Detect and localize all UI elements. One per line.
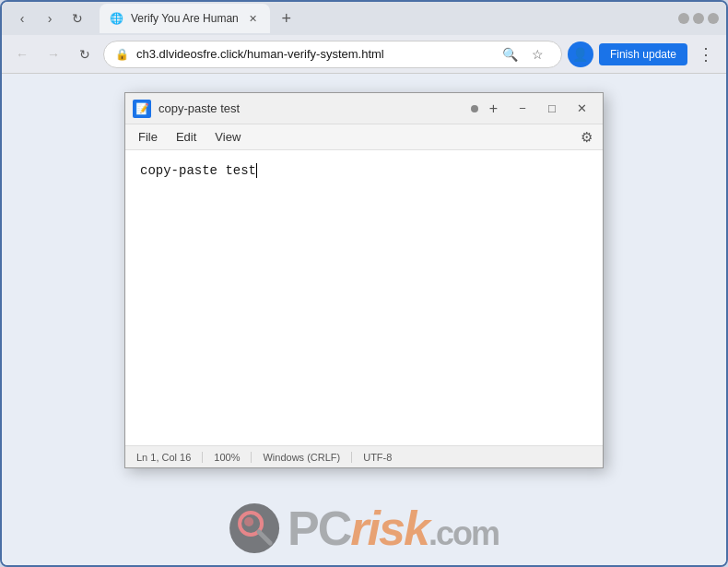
tab-close-button[interactable]: ✕ xyxy=(246,11,261,26)
svg-point-2 xyxy=(244,517,253,526)
notepad-menubar: File Edit View ⚙ xyxy=(125,124,603,150)
refresh-button[interactable]: ↻ xyxy=(65,6,90,31)
url-icons: 🔍 ☆ xyxy=(499,42,550,66)
notepad-app-icon: 📝 xyxy=(133,100,151,118)
url-text: ch3.dlvideosfre.click/human-verify-syste… xyxy=(136,47,491,61)
back-button[interactable]: ‹ xyxy=(9,6,35,31)
pcrisk-logo-icon xyxy=(229,503,280,554)
svg-point-0 xyxy=(229,503,279,553)
notepad-menu-edit[interactable]: Edit xyxy=(167,128,205,146)
search-icon-btn[interactable]: 🔍 xyxy=(499,42,523,66)
tab-favicon-icon: 🌐 xyxy=(109,11,123,26)
bookmark-icon-btn[interactable]: ☆ xyxy=(526,42,550,66)
window-minimize-button[interactable] xyxy=(678,13,689,24)
notepad-statusbar: Ln 1, Col 16 100% Windows (CRLF) UTF-8 xyxy=(125,445,603,467)
notepad-menu-file[interactable]: File xyxy=(129,128,167,146)
new-tab-button[interactable]: + xyxy=(274,6,299,31)
notepad-window-controls: − □ ✕ xyxy=(509,95,595,123)
pc-text: PC xyxy=(288,501,350,556)
notepad-minimize-button[interactable]: − xyxy=(509,95,536,123)
lock-icon: 🔒 xyxy=(115,48,129,61)
browser-menu-button[interactable]: ⋮ xyxy=(693,41,719,67)
tab-bar: ‹ › ↻ 🌐 Verify You Are Human ✕ + xyxy=(2,2,726,35)
notepad-menu-view[interactable]: View xyxy=(205,128,250,146)
notepad-titlebar: 📝 copy-paste test + − □ ✕ xyxy=(125,93,603,124)
notepad-editor[interactable]: copy-paste test xyxy=(125,150,603,445)
dotcom-text: .com xyxy=(429,514,499,553)
finish-update-button[interactable]: Finish update xyxy=(599,43,687,65)
pcrisk-watermark: PCrisk.com xyxy=(229,501,499,556)
notepad-settings-button[interactable]: ⚙ xyxy=(573,126,599,148)
notepad-close-button[interactable]: ✕ xyxy=(568,95,595,123)
editor-content: copy-paste test xyxy=(140,163,257,178)
unsaved-indicator xyxy=(471,105,478,112)
text-cursor xyxy=(256,163,257,178)
window-maximize-button[interactable] xyxy=(693,13,704,24)
notepad-maximize-button[interactable]: □ xyxy=(538,95,566,123)
window-close-button[interactable] xyxy=(708,13,719,24)
notepad-window: 📝 copy-paste test + − □ ✕ File Edit View… xyxy=(124,92,604,468)
nav-back-button[interactable]: ← xyxy=(9,41,35,67)
pcrisk-brand-text: PCrisk.com xyxy=(288,501,499,556)
nav-forward-button[interactable]: → xyxy=(41,41,66,67)
notepad-title: copy-paste test xyxy=(159,101,464,115)
forward-button[interactable]: › xyxy=(37,6,63,31)
status-zoom: 100% xyxy=(203,452,252,463)
tab-title: Verify You Are Human xyxy=(131,12,239,25)
active-tab[interactable]: 🌐 Verify You Are Human ✕ xyxy=(100,4,270,33)
page-content: 📝 copy-paste test + − □ ✕ File Edit View… xyxy=(2,74,726,565)
editor-text: copy-paste test xyxy=(140,163,256,178)
browser-window: ‹ › ↻ 🌐 Verify You Are Human ✕ + ← → ↻ 🔒… xyxy=(0,0,728,567)
nav-refresh-button[interactable]: ↻ xyxy=(72,41,98,67)
status-encoding: UTF-8 xyxy=(352,452,403,463)
risk-text: risk xyxy=(350,501,429,556)
status-position: Ln 1, Col 16 xyxy=(133,452,203,463)
notepad-new-tab-button[interactable]: + xyxy=(486,100,501,117)
url-bar[interactable]: 🔒 ch3.dlvideosfre.click/human-verify-sys… xyxy=(103,41,562,68)
address-bar: ← → ↻ 🔒 ch3.dlvideosfre.click/human-veri… xyxy=(2,35,726,74)
profile-icon[interactable]: 👤 xyxy=(568,41,593,67)
status-line-ending: Windows (CRLF) xyxy=(252,452,352,463)
window-controls xyxy=(678,13,719,24)
browser-controls-left: ‹ › ↻ xyxy=(9,6,90,31)
